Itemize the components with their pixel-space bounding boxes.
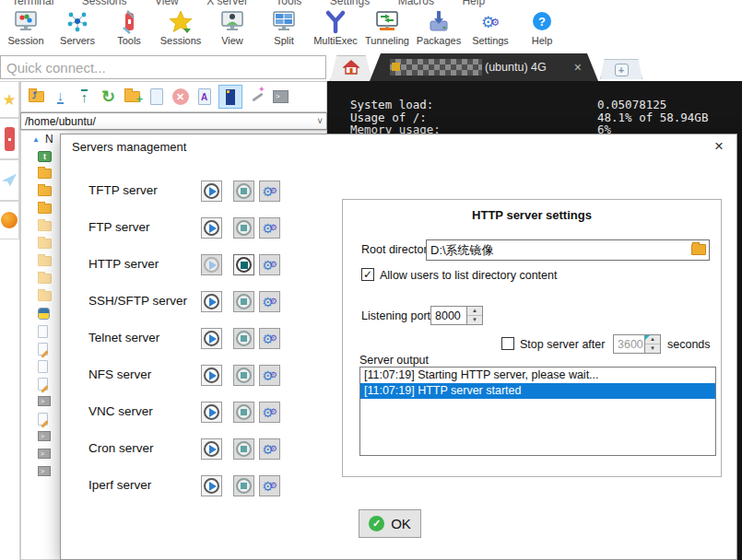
play-button[interactable] xyxy=(201,402,222,423)
toolbar-tools-button[interactable]: Tools xyxy=(103,7,155,53)
menu-help[interactable]: Help xyxy=(462,0,485,7)
terminal-line: System load:0.05078125 xyxy=(350,99,742,111)
menu-sessions[interactable]: Sessions xyxy=(82,0,127,7)
stop-button[interactable] xyxy=(233,475,254,496)
upload-icon[interactable]: ↑ xyxy=(75,88,94,107)
favorites-star-icon[interactable]: ★ xyxy=(0,81,19,118)
toolbar-tunneling-button[interactable]: Tunneling xyxy=(361,7,413,53)
toolbar-sessions-button[interactable]: Sessions xyxy=(155,7,206,53)
paper-plane-icon[interactable] xyxy=(0,159,19,201)
toolbar-servers-button[interactable]: Servers xyxy=(52,7,103,53)
settings-button[interactable]: ⚙⚙ xyxy=(259,217,280,239)
tab-close-icon[interactable]: × xyxy=(574,60,582,75)
go-up-folder-icon[interactable]: ⤴ xyxy=(27,88,46,107)
stop-button[interactable] xyxy=(233,181,254,202)
settings-button[interactable]: ⚙⚙ xyxy=(259,328,280,349)
editable-file-icon xyxy=(38,343,48,356)
root-directory-input[interactable] xyxy=(426,239,710,261)
script-file-icon: > xyxy=(38,449,51,459)
terminal-line: Usage of /:48.1% of 58.94GB xyxy=(350,111,742,124)
server-row-telnet: Telnet server ⚙⚙ xyxy=(61,321,365,357)
settings-gear-icon: ⚙⚙ xyxy=(465,7,516,37)
new-folder-icon[interactable]: + xyxy=(123,88,142,107)
delete-icon[interactable]: ✕ xyxy=(171,88,190,107)
listening-port-label: Listening port xyxy=(361,309,430,322)
sftp-toolbar: ⤴ ↓ ↑ ↻ + ✕ A > xyxy=(20,81,327,112)
ok-button[interactable]: ✓ OK xyxy=(359,509,421,538)
server-output-listbox[interactable]: [11:07:19] Starting HTTP server, please … xyxy=(359,367,716,456)
swiss-knife-icon[interactable] xyxy=(0,118,19,159)
menu-xserver[interactable]: X server xyxy=(206,0,248,7)
toolbar-help-button[interactable]: ? Help xyxy=(516,7,568,53)
main-toolbar: Session Servers Tools Sessions View Spli… xyxy=(0,7,590,53)
script-file-icon: > xyxy=(38,466,51,476)
settings-button[interactable]: ⚙⚙ xyxy=(259,291,280,312)
stop-button-active[interactable] xyxy=(233,254,254,275)
toolbar-view-button[interactable]: View xyxy=(206,7,258,53)
stop-after-checkbox[interactable] xyxy=(501,337,514,350)
toolbar-packages-button[interactable]: Packages xyxy=(413,7,465,53)
rename-icon[interactable]: A xyxy=(194,88,214,107)
folder-icon xyxy=(38,256,52,266)
tab-session-active[interactable]: (ubuntu) 4G × xyxy=(370,53,598,81)
stop-after-spinner[interactable]: 3600 ▲▼ xyxy=(613,334,661,354)
listening-port-spinner[interactable]: 8000 ▲▼ xyxy=(430,306,483,325)
output-line-selected[interactable]: [11:07:19] HTTP server started xyxy=(360,383,715,399)
play-button[interactable] xyxy=(201,475,222,496)
folder-icon xyxy=(38,239,52,249)
spinner-arrows[interactable]: ▲▼ xyxy=(644,335,660,353)
stop-button[interactable] xyxy=(233,328,254,349)
play-button[interactable] xyxy=(201,365,222,386)
toolbar-multiexec-button[interactable]: MultiExec xyxy=(310,7,361,53)
stop-after-label: Stop server after xyxy=(520,338,605,351)
globe-icon[interactable] xyxy=(0,201,19,239)
menu-settings[interactable]: Settings xyxy=(330,0,370,7)
sessions-star-icon xyxy=(155,7,206,37)
tab-bar: (ubuntu) 4G × + xyxy=(327,52,742,81)
play-button-disabled[interactable] xyxy=(201,254,222,275)
allow-list-checkbox[interactable]: ✓ xyxy=(361,268,374,281)
browse-folder-icon[interactable] xyxy=(691,244,706,255)
settings-button[interactable]: ⚙⚙ xyxy=(259,402,280,423)
stop-button[interactable] xyxy=(233,291,254,312)
play-button[interactable] xyxy=(201,217,222,239)
toolbar-split-button[interactable]: Split xyxy=(258,7,310,53)
settings-button[interactable]: ⚙⚙ xyxy=(259,254,280,275)
play-button[interactable] xyxy=(201,438,222,460)
magic-wand-icon[interactable] xyxy=(247,88,266,107)
refresh-icon[interactable]: ↻ xyxy=(99,88,118,107)
stop-button[interactable] xyxy=(233,402,254,423)
play-button[interactable] xyxy=(201,291,222,312)
toolbar-settings-button[interactable]: ⚙⚙ Settings xyxy=(465,7,516,53)
play-button[interactable] xyxy=(201,181,222,202)
output-line[interactable]: [11:07:19] Starting HTTP server, please … xyxy=(360,368,715,383)
terminal-mini-icon[interactable]: > xyxy=(271,88,290,107)
settings-button[interactable]: ⚙⚙ xyxy=(259,475,280,496)
menu-view[interactable]: View xyxy=(155,0,179,7)
stop-button[interactable] xyxy=(233,438,254,460)
settings-button[interactable]: ⚙⚙ xyxy=(259,438,280,460)
sort-arrow-icon: ▲ xyxy=(32,135,40,144)
menu-macros[interactable]: Macros xyxy=(398,0,434,7)
toolbar-session-button[interactable]: Session xyxy=(0,7,52,53)
dialog-close-icon[interactable]: × xyxy=(709,136,729,157)
spin-up-icon: ▲ xyxy=(645,335,660,344)
stop-button[interactable] xyxy=(233,217,254,239)
drive-toggle-icon[interactable] xyxy=(218,85,242,109)
seconds-label: seconds xyxy=(667,338,711,351)
tab-home[interactable] xyxy=(330,55,372,81)
spinner-arrows[interactable]: ▲▼ xyxy=(466,307,482,324)
new-file-icon[interactable] xyxy=(147,88,166,107)
settings-button[interactable]: ⚙⚙ xyxy=(259,365,280,386)
quick-connect-input[interactable] xyxy=(0,55,326,79)
menu-terminal[interactable]: Terminal xyxy=(12,0,53,7)
python-file-icon xyxy=(38,308,50,320)
menu-tools[interactable]: Tools xyxy=(276,0,301,7)
path-combobox[interactable]: /home/ubuntu/ ˅ xyxy=(20,112,327,130)
stop-button[interactable] xyxy=(233,365,254,386)
download-icon[interactable]: ↓ xyxy=(51,88,70,107)
chevron-down-icon[interactable]: ˅ xyxy=(317,116,323,126)
tab-new[interactable]: + xyxy=(600,59,642,79)
play-button[interactable] xyxy=(201,328,222,349)
settings-button[interactable]: ⚙⚙ xyxy=(259,181,280,202)
